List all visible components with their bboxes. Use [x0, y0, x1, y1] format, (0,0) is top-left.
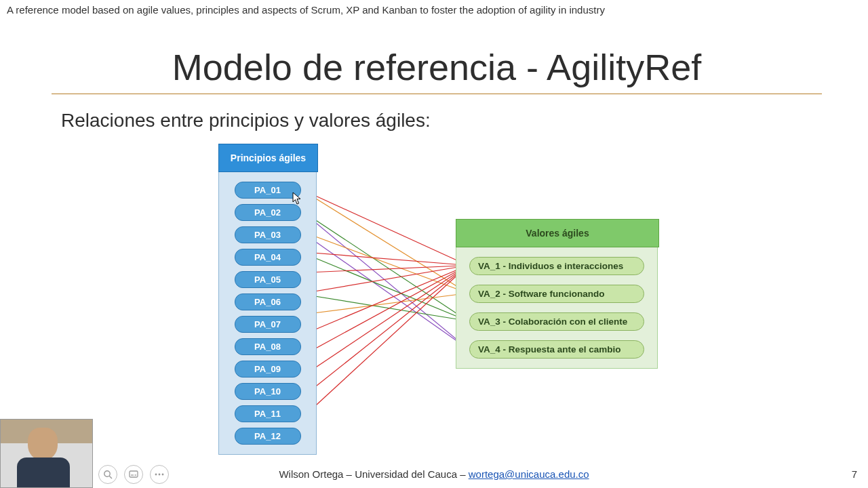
principle-pill: PA_01	[235, 182, 301, 199]
svg-line-1	[300, 189, 469, 293]
svg-line-5	[300, 231, 469, 349]
svg-line-6	[300, 252, 469, 266]
principle-pill: PA_10	[235, 383, 301, 400]
principle-pill: PA_12	[235, 428, 301, 445]
more-icon[interactable]	[150, 465, 169, 484]
subtitle-icon[interactable]	[124, 465, 143, 484]
principle-pill: PA_04	[235, 249, 301, 266]
svg-line-8	[300, 266, 469, 273]
principles-header: Principios ágiles	[218, 144, 318, 172]
svg-point-22	[155, 474, 157, 476]
slide-subtitle: Relaciones entre principios y valores ág…	[61, 110, 431, 131]
presenter-controls	[98, 465, 169, 484]
svg-line-7	[300, 252, 469, 321]
document-top-caption: A reference model based on agile values,…	[7, 4, 605, 16]
svg-line-15	[300, 266, 469, 399]
svg-line-2	[300, 210, 469, 321]
values-header: Valores ágiles	[456, 219, 659, 247]
svg-line-14	[300, 266, 469, 378]
slide-title: Modelo de referencia - AgilityRef	[52, 46, 822, 94]
value-pill: VA_1 - Individuos e interacciones	[469, 257, 644, 275]
principle-pill: PA_03	[235, 226, 301, 243]
principle-pill: PA_05	[235, 271, 301, 288]
principle-pill: PA_06	[235, 293, 301, 310]
svg-point-24	[162, 474, 164, 476]
svg-line-10	[300, 294, 469, 321]
footer-author: Wilson Ortega – Universidad del Cauca –	[279, 468, 468, 480]
svg-line-9	[300, 266, 469, 294]
speaker-video-thumbnail	[0, 419, 93, 488]
svg-line-16	[300, 266, 469, 420]
svg-line-18	[109, 476, 112, 479]
svg-line-4	[300, 231, 469, 293]
zoom-icon[interactable]	[98, 465, 117, 484]
principle-pill: PA_08	[235, 338, 301, 355]
slide-number: 7	[852, 468, 857, 480]
svg-point-17	[104, 471, 110, 476]
principle-pill: PA_09	[235, 361, 301, 378]
values-body: VA_1 - Individuos e interaccionesVA_2 - …	[456, 247, 658, 369]
principles-group: Principios ágiles PA_01PA_02PA_03PA_04PA…	[218, 144, 317, 455]
footer-email-link[interactable]: wortega@unicauca.edu.co	[469, 468, 589, 480]
svg-rect-19	[130, 471, 138, 477]
value-pill: VA_4 - Respuesta ante el cambio	[469, 340, 644, 359]
values-group: Valores ágiles VA_1 - Individuos e inter…	[456, 219, 658, 369]
svg-line-0	[300, 189, 469, 266]
svg-line-11	[300, 293, 469, 315]
svg-line-13	[300, 266, 469, 357]
principle-pill: PA_11	[235, 405, 301, 422]
svg-line-12	[300, 266, 469, 336]
principles-body: PA_01PA_02PA_03PA_04PA_05PA_06PA_07PA_08…	[218, 172, 317, 455]
svg-point-23	[159, 474, 161, 476]
value-pill: VA_2 - Software funcionando	[469, 285, 644, 303]
principle-pill: PA_02	[235, 204, 301, 221]
value-pill: VA_3 - Colaboración con el cliente	[469, 312, 644, 331]
svg-line-3	[300, 210, 469, 349]
principle-pill: PA_07	[235, 316, 301, 333]
